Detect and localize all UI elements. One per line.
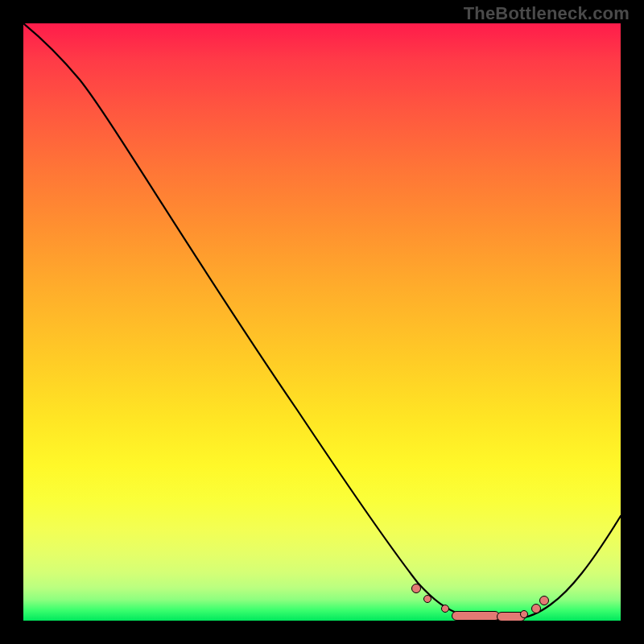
marker-dot bbox=[411, 584, 421, 593]
chart-frame: TheBottleneck.com bbox=[0, 0, 644, 644]
marker-dot bbox=[531, 604, 541, 613]
marker-pill bbox=[452, 611, 500, 621]
marker-dot bbox=[539, 596, 549, 605]
watermark-text: TheBottleneck.com bbox=[464, 3, 630, 24]
marker-dot bbox=[423, 595, 431, 603]
marker-dot bbox=[441, 605, 449, 613]
marker-layer bbox=[23, 23, 621, 621]
marker-dot bbox=[520, 610, 528, 618]
plot-area bbox=[23, 23, 621, 621]
